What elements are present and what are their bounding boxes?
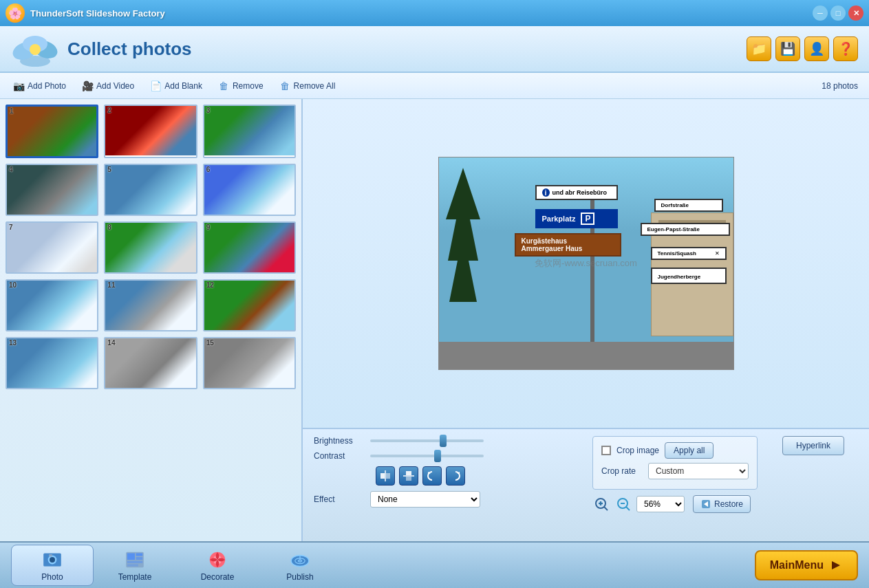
nav-item-template[interactable]: Template	[94, 545, 176, 586]
svg-rect-7	[386, 473, 390, 479]
nav-decorate-label: Decorate	[201, 572, 235, 582]
thumbnail-item-9[interactable]: 9	[203, 221, 296, 274]
thumbnail-number: 6	[206, 166, 211, 173]
thumbnail-number: 2	[107, 107, 111, 114]
rotate-left-button[interactable]	[422, 466, 442, 486]
effect-label: Effect	[314, 494, 362, 504]
nav-item-photo[interactable]: Photo	[11, 545, 94, 586]
thumbnail-item-13[interactable]: 13	[6, 337, 98, 389]
contrast-slider[interactable]	[370, 455, 484, 457]
thumbnail-number: 9	[206, 224, 211, 231]
thumbnail-image	[204, 165, 294, 215]
thumbnail-image	[204, 106, 294, 155]
thumbnail-item-7[interactable]: 7	[6, 221, 98, 274]
restore-button[interactable]: Restore	[693, 495, 751, 513]
help-button[interactable]: ❓	[833, 36, 858, 61]
svg-marker-5	[446, 168, 480, 302]
thumbnail-image	[7, 223, 97, 272]
zoom-restore-row: 25% 50% 56% 75% 100% Restore	[592, 495, 771, 513]
thumbnail-scroll[interactable]: 123456789101112131415	[0, 99, 301, 541]
hyperlink-button[interactable]: Hyperlink	[782, 436, 844, 455]
thumbnail-item-10[interactable]: 10	[6, 279, 98, 331]
svg-point-18	[599, 501, 603, 505]
add-blank-icon: 📄	[149, 80, 162, 92]
main-menu-button[interactable]: MainMenu	[755, 550, 858, 580]
crop-image-row: Crop image Apply all	[601, 442, 749, 459]
remove-button[interactable]: 🗑 Remove	[211, 77, 270, 95]
thumbnail-number: 11	[107, 281, 115, 289]
brightness-row: Brightness	[314, 436, 581, 446]
open-folder-button[interactable]: 📁	[747, 36, 771, 61]
thumbnail-item-2[interactable]: 2	[104, 105, 197, 158]
flip-vertical-button[interactable]	[399, 466, 418, 486]
thumbnail-image	[8, 107, 96, 156]
svg-rect-27	[49, 554, 52, 556]
thumbnail-image	[105, 165, 195, 215]
nav-publish-label: Publish	[286, 572, 313, 582]
main-menu-arrow-icon	[829, 558, 843, 572]
zoom-in-icon[interactable]	[592, 495, 610, 513]
flip-horizontal-button[interactable]	[376, 466, 395, 486]
svg-line-21	[626, 507, 630, 510]
photo-count: 18 photos	[822, 81, 863, 91]
brightness-slider[interactable]	[370, 439, 484, 442]
minimize-button[interactable]: ─	[813, 6, 828, 21]
account-button[interactable]: 👤	[804, 36, 829, 61]
add-blank-button[interactable]: 📄 Add Blank	[142, 77, 209, 95]
crop-rate-select[interactable]: Custom 4:3 16:9 1:1 3:2	[648, 463, 749, 479]
thumbnail-image	[105, 106, 195, 155]
thumbnail-item-8[interactable]: 8	[104, 221, 197, 274]
thumbnail-item-12[interactable]: 12	[203, 279, 296, 331]
thumbnail-item-15[interactable]: 15	[203, 337, 296, 389]
svg-point-26	[50, 557, 55, 563]
toolbar: 📷 Add Photo 🎥 Add Video 📄 Add Blank 🗑 Re…	[0, 73, 869, 99]
preview-image: HOUSE i und abr Reisebüro Parkplatz P Ku…	[438, 157, 734, 370]
middle-controls: Crop image Apply all Crop rate Custom 4:…	[592, 436, 771, 534]
thumbnail-image	[105, 223, 195, 272]
header: Collect photos 📁 💾 👤 ❓	[0, 26, 869, 73]
decorate-nav-icon	[206, 549, 228, 571]
thumbnail-image	[105, 281, 195, 330]
thumbnail-image	[7, 338, 97, 388]
effect-select[interactable]: None Grayscale Sepia Blur Sharpen	[370, 491, 480, 508]
thumbnail-number: 10	[9, 281, 17, 289]
thumbnail-item-5[interactable]: 5	[104, 164, 197, 216]
save-button[interactable]: 💾	[775, 36, 800, 61]
add-photo-button[interactable]: 📷 Add Photo	[6, 77, 73, 95]
thumbnail-item-4[interactable]: 4	[6, 164, 98, 216]
restore-button[interactable]: □	[830, 6, 846, 21]
thumbnail-item-3[interactable]: 3	[203, 105, 296, 158]
nav-item-decorate[interactable]: Decorate	[176, 545, 259, 586]
add-video-button[interactable]: 🎥 Add Video	[74, 77, 141, 95]
crop-image-label: Crop image	[616, 446, 659, 455]
zoom-out-icon[interactable]	[614, 495, 632, 513]
template-nav-icon	[124, 549, 146, 571]
thumbnail-item-1[interactable]: 1	[6, 105, 98, 158]
nav-item-publish[interactable]: Publish	[259, 545, 341, 586]
crop-section: Crop image Apply all Crop rate Custom 4:…	[592, 436, 758, 490]
svg-rect-31	[136, 557, 143, 560]
zoom-select[interactable]: 25% 50% 56% 75% 100%	[636, 496, 685, 512]
thumbnail-number: 7	[9, 224, 13, 231]
thumbnail-number: 4	[9, 166, 13, 173]
crop-image-checkbox[interactable]	[601, 446, 611, 455]
thumbnail-grid: 123456789101112131415	[6, 105, 296, 389]
svg-rect-9	[406, 471, 411, 475]
right-controls: Hyperlink	[782, 436, 858, 534]
thumbnail-item-11[interactable]: 11	[104, 279, 197, 331]
transform-row	[314, 466, 581, 486]
app-logo	[11, 30, 59, 68]
thumbnail-number: 14	[107, 339, 115, 347]
apply-all-button[interactable]: Apply all	[665, 442, 714, 459]
add-video-icon: 🎥	[81, 80, 94, 92]
thumbnail-item-6[interactable]: 6	[203, 164, 296, 216]
nav-photo-label: Photo	[41, 572, 63, 582]
thumbnail-item-14[interactable]: 14	[104, 337, 197, 389]
publish-nav-icon	[289, 549, 311, 571]
bottom-navigation: Photo Template Decorate	[0, 541, 869, 588]
remove-all-button[interactable]: 🗑 Remove All	[272, 77, 343, 95]
close-button[interactable]: ✕	[848, 6, 863, 21]
thumbnail-number: 3	[206, 107, 211, 114]
rotate-right-button[interactable]	[446, 466, 465, 486]
nav-template-label: Template	[118, 572, 152, 582]
